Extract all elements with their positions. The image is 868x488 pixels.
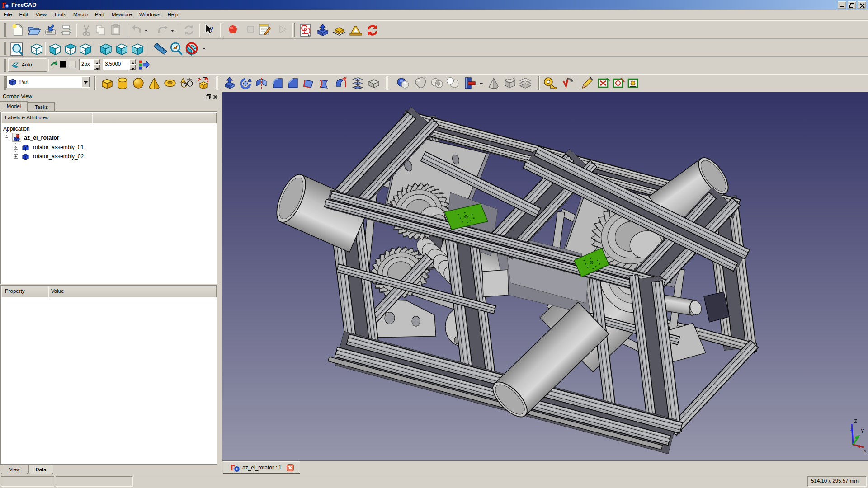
svg-text:Z: Z: [854, 418, 857, 424]
svg-text:X: X: [863, 449, 866, 452]
svg-text:Y: Y: [861, 428, 864, 434]
svg-text:?: ?: [210, 25, 214, 33]
